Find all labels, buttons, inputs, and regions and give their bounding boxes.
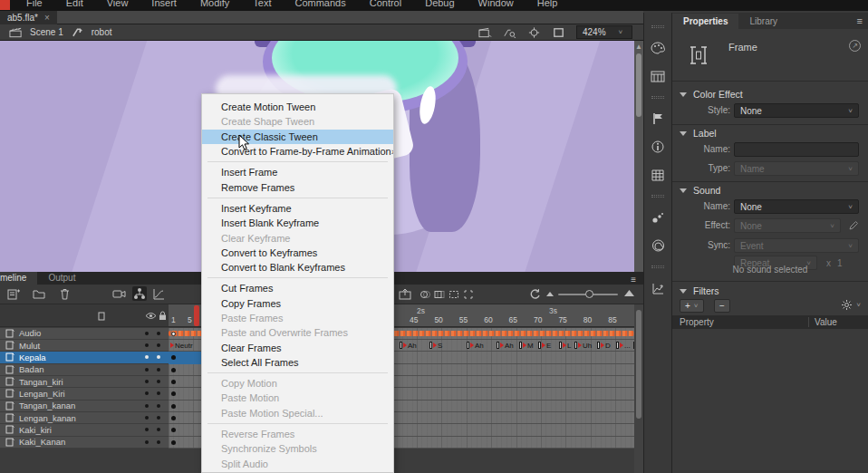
onion-skin-icon[interactable]: [420, 289, 430, 300]
scrollbar-thumb[interactable]: [636, 310, 641, 419]
delete-layer-icon[interactable]: [60, 288, 70, 300]
layer-toggle-dots[interactable]: [145, 355, 160, 359]
layer-toggle-dots[interactable]: [145, 332, 160, 335]
menu-item[interactable]: Insert Keyframe: [202, 201, 393, 216]
palette-icon[interactable]: [649, 40, 667, 56]
edit-scene-icon[interactable]: [478, 27, 492, 38]
flag-icon[interactable]: [649, 111, 667, 127]
lock-dot[interactable]: [157, 380, 160, 383]
layer-row-audio[interactable]: Audio: [0, 328, 169, 340]
zoom-slider-knob[interactable]: [585, 290, 593, 298]
layer-row-mulut[interactable]: Mulut: [0, 340, 169, 352]
lipsync-keyframe[interactable]: Uh: [574, 341, 592, 351]
info-icon[interactable]: [649, 139, 667, 155]
visibility-dot[interactable]: [145, 428, 149, 431]
dots-icon[interactable]: [649, 209, 667, 226]
eye-icon[interactable]: [145, 312, 157, 320]
menu-item[interactable]: Clear Frames: [202, 340, 393, 354]
scrollbar-thumb[interactable]: [636, 53, 641, 117]
center-frame-icon[interactable]: [527, 27, 541, 38]
publish-frame-icon[interactable]: [399, 288, 411, 300]
menu-item[interactable]: Convert to Keyframes: [202, 246, 393, 260]
panel-menu-icon[interactable]: ≡: [631, 275, 636, 285]
breadcrumb-scene[interactable]: Scene 1: [30, 27, 63, 37]
menubar-item-help[interactable]: Help: [526, 0, 570, 10]
lock-dot[interactable]: [157, 404, 160, 408]
modify-markers-icon[interactable]: [463, 289, 474, 300]
dock-handle[interactable]: [651, 195, 664, 198]
tab-properties[interactable]: Properties: [672, 14, 738, 29]
lipsync-keyframe[interactable]: Neutr: [170, 341, 193, 351]
timeline-scrollbar[interactable]: [634, 304, 643, 473]
visibility-dot[interactable]: [145, 440, 149, 444]
remove-filter-button[interactable]: −: [714, 299, 730, 313]
section-filters[interactable]: Filters: [672, 284, 868, 298]
layer-row-lengan_kiri[interactable]: Lengan_Kiri: [0, 388, 169, 400]
menu-item[interactable]: Select All Frames: [202, 355, 393, 370]
menubar-item-text[interactable]: Text: [241, 0, 283, 10]
lock-dot[interactable]: [157, 355, 160, 359]
layer-toggle-dots[interactable]: [145, 391, 160, 395]
menubar-item-window[interactable]: Window: [467, 0, 526, 10]
visibility-dot[interactable]: [145, 355, 149, 359]
menubar-item-control[interactable]: Control: [358, 0, 413, 10]
lipsync-keyframe[interactable]: S: [429, 341, 442, 351]
section-sound[interactable]: Sound: [672, 183, 868, 198]
loop-icon[interactable]: [529, 288, 541, 300]
visibility-dot[interactable]: [145, 404, 149, 408]
visibility-dot[interactable]: [145, 368, 149, 372]
section-color-effect[interactable]: Color Effect: [672, 87, 868, 101]
frames-icon[interactable]: [649, 68, 667, 84]
layer-toggle-dots[interactable]: [145, 404, 160, 408]
layer-row-kaki_kanan[interactable]: Kaki_Kanan: [0, 437, 169, 449]
layer-row-lengan_kanan[interactable]: Lengan_kanan: [0, 412, 169, 424]
zoom-out-frames-icon[interactable]: [545, 291, 555, 297]
menubar-item-modify[interactable]: Modify: [188, 0, 241, 10]
playhead[interactable]: [194, 305, 199, 326]
new-layer-icon[interactable]: [7, 288, 20, 300]
menu-item[interactable]: Insert Blank Keyframe: [202, 216, 393, 230]
clip-bounds-icon[interactable]: [552, 27, 565, 38]
scroll-up-icon[interactable]: ▲: [635, 43, 642, 51]
pencil-icon[interactable]: [848, 220, 859, 231]
add-filter-button[interactable]: + ˅: [680, 299, 704, 313]
menu-item[interactable]: Create Motion Tween: [202, 100, 393, 114]
menu-item[interactable]: Cut Frames: [202, 281, 393, 295]
lock-dot[interactable]: [157, 428, 160, 431]
label-name-input[interactable]: [734, 142, 859, 157]
parenting-view-icon[interactable]: [132, 286, 147, 301]
layer-toggle-dots[interactable]: [145, 380, 160, 383]
lipsync-keyframe[interactable]: D: [597, 341, 611, 351]
menu-item[interactable]: Convert to Frame-by-Frame Animation›: [202, 144, 393, 159]
panel-menu-icon[interactable]: ≡: [857, 15, 863, 26]
layer-row-tangan_kanan[interactable]: Tangan_kanan: [0, 401, 169, 412]
lipsync-keyframe[interactable]: E: [538, 341, 551, 351]
breadcrumb-symbol[interactable]: robot: [92, 27, 112, 37]
visibility-dot[interactable]: [145, 380, 149, 383]
layer-row-kepala[interactable]: Kepala: [0, 352, 169, 363]
visibility-dot[interactable]: [145, 343, 149, 347]
menu-item[interactable]: Insert Frame: [202, 165, 393, 179]
menubar-item-file[interactable]: File: [14, 0, 54, 10]
graph-editor-icon[interactable]: [152, 288, 165, 300]
external-link-icon[interactable]: ↗: [849, 40, 861, 52]
edit-symbols-icon[interactable]: [503, 27, 516, 38]
style-select[interactable]: None ˅: [734, 103, 859, 118]
lipsync-keyframe[interactable]: M: [519, 341, 534, 351]
creative-cloud-icon[interactable]: [649, 237, 667, 254]
lock-dot[interactable]: [157, 368, 160, 372]
menubar-item-commands[interactable]: Commands: [283, 0, 357, 10]
layer-toggle-dots[interactable]: [145, 343, 160, 347]
layer-row-tangan_kiri[interactable]: Tangan_kiri: [0, 376, 169, 388]
zoom-level-select[interactable]: 424% ˅: [576, 25, 632, 39]
lock-dot[interactable]: [157, 416, 160, 420]
zoom-in-frames-icon[interactable]: [623, 289, 635, 297]
menubar-item-edit[interactable]: Edit: [54, 0, 95, 10]
filter-options-button[interactable]: ˅: [841, 299, 861, 311]
camera-icon[interactable]: [112, 289, 127, 299]
lock-dot[interactable]: [157, 332, 160, 335]
menubar-item-view[interactable]: View: [95, 0, 140, 10]
layer-toggle-dots[interactable]: [145, 440, 160, 444]
onion-skin-outlines-icon[interactable]: [434, 289, 445, 300]
grid-icon[interactable]: [649, 167, 667, 183]
